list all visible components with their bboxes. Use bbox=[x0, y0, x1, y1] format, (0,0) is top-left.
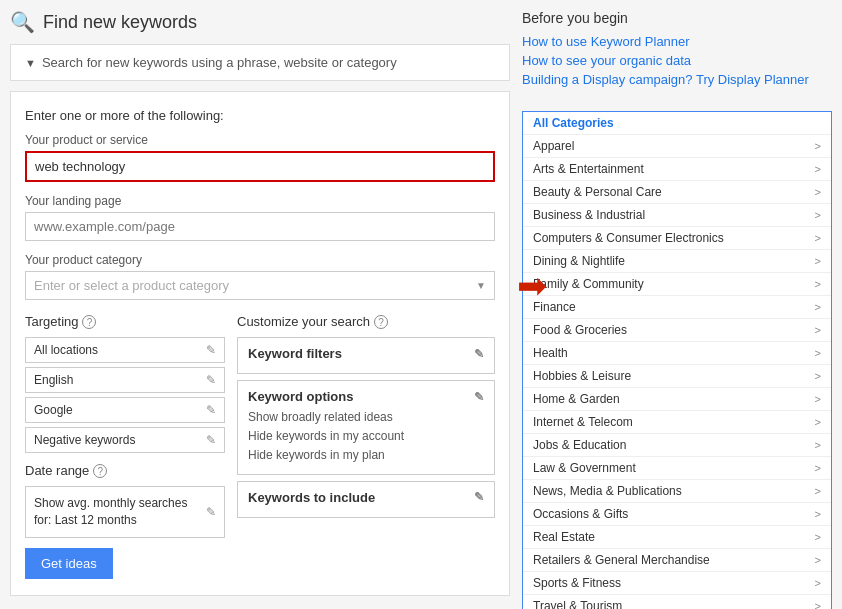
category-label-9: Food & Groceries bbox=[533, 323, 627, 337]
date-range-value: Show avg. monthly searches for: Last 12 … bbox=[34, 495, 206, 529]
landing-input[interactable] bbox=[25, 212, 495, 241]
category-chevron-icon-5: > bbox=[815, 232, 821, 244]
category-item-11[interactable]: Hobbies & Leisure> bbox=[523, 365, 831, 388]
edit-language-icon[interactable]: ✎ bbox=[206, 373, 216, 387]
search-section-label: Search for new keywords using a phrase, … bbox=[42, 55, 397, 70]
category-chevron-icon-12: > bbox=[815, 393, 821, 405]
keyword-options-item[interactable]: Keyword options ✎ Show broadly related i… bbox=[237, 380, 495, 475]
edit-filters-icon[interactable]: ✎ bbox=[474, 347, 484, 361]
category-chevron-icon-11: > bbox=[815, 370, 821, 382]
keyword-filters-header: Keyword filters ✎ bbox=[248, 346, 484, 361]
category-chevron-icon-6: > bbox=[815, 255, 821, 267]
category-item-20[interactable]: Sports & Fitness> bbox=[523, 572, 831, 595]
category-item-0[interactable]: All Categories bbox=[523, 112, 831, 135]
category-label-12: Home & Garden bbox=[533, 392, 620, 406]
category-item-15[interactable]: Law & Government> bbox=[523, 457, 831, 480]
right-panel: Before you begin How to use Keyword Plan… bbox=[522, 10, 832, 609]
keyword-options-sub: Show broadly related ideas Hide keywords… bbox=[248, 408, 484, 466]
page-wrapper: 🔍 Find new keywords ▼ Search for new key… bbox=[0, 0, 842, 609]
category-item-8[interactable]: Finance> bbox=[523, 296, 831, 319]
category-item-10[interactable]: Health> bbox=[523, 342, 831, 365]
edit-locations-icon[interactable]: ✎ bbox=[206, 343, 216, 357]
category-item-16[interactable]: News, Media & Publications> bbox=[523, 480, 831, 503]
category-chevron-icon-8: > bbox=[815, 301, 821, 313]
targeting-item-language[interactable]: English ✎ bbox=[25, 367, 225, 393]
category-item-21[interactable]: Travel & Tourism> bbox=[523, 595, 831, 609]
product-label: Your product or service bbox=[25, 133, 495, 147]
edit-include-icon[interactable]: ✎ bbox=[474, 490, 484, 504]
date-range-header: Date range ? bbox=[25, 463, 225, 478]
category-label-0: All Categories bbox=[533, 116, 614, 130]
category-item-9[interactable]: Food & Groceries> bbox=[523, 319, 831, 342]
before-begin-link-1[interactable]: How to see your organic data bbox=[522, 53, 832, 68]
category-item-12[interactable]: Home & Garden> bbox=[523, 388, 831, 411]
red-arrow-icon: ➡ bbox=[517, 265, 547, 306]
targeting-box: Targeting ? All locations ✎ English ✎ Go… bbox=[25, 314, 225, 538]
category-chevron-icon-16: > bbox=[815, 485, 821, 497]
before-begin-link-2[interactable]: Building a Display campaign? Try Display… bbox=[522, 72, 832, 87]
edit-date-range-icon[interactable]: ✎ bbox=[206, 505, 216, 519]
keyword-icon: 🔍 bbox=[10, 10, 35, 34]
category-label-19: Retailers & General Merchandise bbox=[533, 553, 710, 567]
left-panel: 🔍 Find new keywords ▼ Search for new key… bbox=[10, 10, 510, 609]
targeting-item-network[interactable]: Google ✎ bbox=[25, 397, 225, 423]
form-intro: Enter one or more of the following: bbox=[25, 108, 495, 123]
get-ideas-button[interactable]: Get ideas bbox=[25, 548, 113, 579]
category-chevron-icon-18: > bbox=[815, 531, 821, 543]
category-dropdown[interactable]: Enter or select a product category ▼ bbox=[25, 271, 495, 300]
toggle-arrow-icon: ▼ bbox=[25, 57, 36, 69]
category-item-3[interactable]: Beauty & Personal Care> bbox=[523, 181, 831, 204]
bottom-section: Targeting ? All locations ✎ English ✎ Go… bbox=[25, 314, 495, 538]
category-item-18[interactable]: Real Estate> bbox=[523, 526, 831, 549]
keyword-filters-item[interactable]: Keyword filters ✎ bbox=[237, 337, 495, 374]
search-section[interactable]: ▼ Search for new keywords using a phrase… bbox=[10, 44, 510, 81]
category-item-17[interactable]: Occasions & Gifts> bbox=[523, 503, 831, 526]
category-item-2[interactable]: Arts & Entertainment> bbox=[523, 158, 831, 181]
category-item-6[interactable]: Dining & Nightlife> bbox=[523, 250, 831, 273]
categories-box: All CategoriesApparel>Arts & Entertainme… bbox=[522, 111, 832, 609]
category-label-3: Beauty & Personal Care bbox=[533, 185, 662, 199]
category-item-13[interactable]: Internet & Telecom> bbox=[523, 411, 831, 434]
category-label-21: Travel & Tourism bbox=[533, 599, 622, 609]
category-label-13: Internet & Telecom bbox=[533, 415, 633, 429]
category-label: Your product category bbox=[25, 253, 495, 267]
category-chevron-icon-1: > bbox=[815, 140, 821, 152]
targeting-locations-label: All locations bbox=[34, 343, 98, 357]
category-label-17: Occasions & Gifts bbox=[533, 507, 628, 521]
category-label-11: Hobbies & Leisure bbox=[533, 369, 631, 383]
date-range-help-icon[interactable]: ? bbox=[93, 464, 107, 478]
before-begin-section: Before you begin How to use Keyword Plan… bbox=[522, 10, 832, 101]
targeting-item-locations[interactable]: All locations ✎ bbox=[25, 337, 225, 363]
keywords-include-item[interactable]: Keywords to include ✎ bbox=[237, 481, 495, 518]
targeting-network-label: Google bbox=[34, 403, 73, 417]
customize-help-icon[interactable]: ? bbox=[374, 315, 388, 329]
landing-label: Your landing page bbox=[25, 194, 495, 208]
category-chevron-icon-10: > bbox=[815, 347, 821, 359]
category-label-2: Arts & Entertainment bbox=[533, 162, 644, 176]
date-range-item[interactable]: Show avg. monthly searches for: Last 12 … bbox=[25, 486, 225, 538]
category-label-18: Real Estate bbox=[533, 530, 595, 544]
customize-box: Customize your search ? Keyword filters … bbox=[237, 314, 495, 538]
customize-header: Customize your search ? bbox=[237, 314, 495, 329]
category-item-7[interactable]: Family & Community> bbox=[523, 273, 831, 296]
category-item-4[interactable]: Business & Industrial> bbox=[523, 204, 831, 227]
before-begin-link-0[interactable]: How to use Keyword Planner bbox=[522, 34, 832, 49]
product-input[interactable] bbox=[25, 151, 495, 182]
category-chevron-icon-14: > bbox=[815, 439, 821, 451]
search-section-header[interactable]: ▼ Search for new keywords using a phrase… bbox=[25, 55, 495, 70]
edit-network-icon[interactable]: ✎ bbox=[206, 403, 216, 417]
edit-negative-icon[interactable]: ✎ bbox=[206, 433, 216, 447]
edit-options-icon[interactable]: ✎ bbox=[474, 390, 484, 404]
category-chevron-icon-4: > bbox=[815, 209, 821, 221]
category-item-14[interactable]: Jobs & Education> bbox=[523, 434, 831, 457]
targeting-item-negative-keywords[interactable]: Negative keywords ✎ bbox=[25, 427, 225, 453]
category-label-10: Health bbox=[533, 346, 568, 360]
category-chevron-icon-21: > bbox=[815, 600, 821, 609]
category-item-19[interactable]: Retailers & General Merchandise> bbox=[523, 549, 831, 572]
category-item-1[interactable]: Apparel> bbox=[523, 135, 831, 158]
category-chevron-icon-20: > bbox=[815, 577, 821, 589]
category-chevron-icon-17: > bbox=[815, 508, 821, 520]
category-item-5[interactable]: Computers & Consumer Electronics> bbox=[523, 227, 831, 250]
targeting-help-icon[interactable]: ? bbox=[82, 315, 96, 329]
category-label-4: Business & Industrial bbox=[533, 208, 645, 222]
